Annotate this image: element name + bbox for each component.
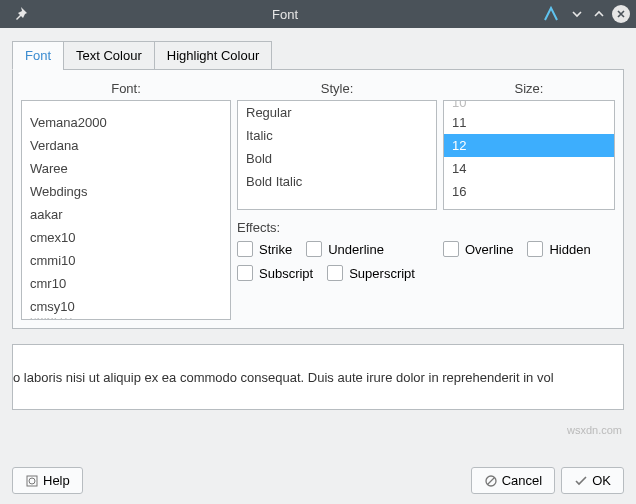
tab-bar: Font Text Colour Highlight Colour — [12, 40, 624, 69]
list-item[interactable]: Webdings — [22, 180, 230, 203]
overline-checkbox[interactable]: Overline — [443, 241, 513, 257]
checkbox-label: Overline — [465, 242, 513, 257]
list-item[interactable]: Vemana2000 — [22, 111, 230, 134]
chevron-up-icon[interactable] — [590, 5, 608, 23]
checkbox-icon — [237, 265, 253, 281]
style-listbox[interactable]: Regular Italic Bold Bold Italic — [237, 100, 437, 210]
list-item[interactable] — [22, 101, 230, 111]
list-item[interactable]: Waree — [22, 157, 230, 180]
list-item[interactable]: cmmi10 — [22, 249, 230, 272]
checkbox-label: Superscript — [349, 266, 415, 281]
list-item[interactable]: cmsy10 — [22, 295, 230, 318]
pin-icon[interactable] — [12, 6, 28, 22]
checkbox-label: Subscript — [259, 266, 313, 281]
list-item[interactable]: Bold — [238, 147, 436, 170]
size-listbox[interactable]: 10 11 12 14 16 — [443, 100, 615, 210]
hidden-checkbox[interactable]: Hidden — [527, 241, 590, 257]
checkbox-label: Hidden — [549, 242, 590, 257]
ok-button[interactable]: OK — [561, 467, 624, 494]
effects-label: Effects: — [237, 220, 437, 235]
dialog-body: Font Text Colour Highlight Colour Font: … — [0, 28, 636, 457]
superscript-checkbox[interactable]: Superscript — [327, 265, 415, 281]
list-item[interactable]: 12 — [444, 134, 614, 157]
preview-box: o laboris nisi ut aliquip ex ea commodo … — [12, 344, 624, 410]
window-title: Font — [28, 7, 542, 22]
cancel-button[interactable]: Cancel — [471, 467, 555, 494]
effects-blank — [443, 220, 615, 235]
size-header: Size: — [443, 78, 615, 100]
tab-text-colour[interactable]: Text Colour — [63, 41, 155, 70]
list-item[interactable]: Verdana — [22, 134, 230, 157]
button-bar: Help Cancel OK — [0, 457, 636, 504]
ok-icon — [574, 474, 588, 488]
list-item[interactable]: Regular — [238, 101, 436, 124]
list-item[interactable]: cmex10 — [22, 226, 230, 249]
help-button[interactable]: Help — [12, 467, 83, 494]
button-label: OK — [592, 473, 611, 488]
subscript-checkbox[interactable]: Subscript — [237, 265, 313, 281]
underline-checkbox[interactable]: Underline — [306, 241, 384, 257]
strike-checkbox[interactable]: Strike — [237, 241, 292, 257]
tab-content: Font: Vemana2000 Verdana Waree Webdings … — [12, 69, 624, 329]
svg-line-3 — [487, 477, 494, 484]
list-item[interactable]: cmr10 — [22, 272, 230, 295]
checkbox-label: Strike — [259, 242, 292, 257]
close-icon — [612, 5, 630, 23]
font-header: Font: — [21, 78, 231, 100]
font-listbox[interactable]: Vemana2000 Verdana Waree Webdings aakar … — [21, 100, 231, 320]
list-item[interactable]: 11 — [444, 111, 614, 134]
app-logo-icon — [542, 5, 560, 23]
button-label: Help — [43, 473, 70, 488]
checkbox-icon — [327, 265, 343, 281]
titlebar: Font — [0, 0, 636, 28]
list-item[interactable]: saint10 — [22, 318, 230, 320]
button-label: Cancel — [502, 473, 542, 488]
list-item[interactable]: aakar — [22, 203, 230, 226]
tab-font[interactable]: Font — [12, 41, 64, 70]
checkbox-icon — [237, 241, 253, 257]
style-header: Style: — [237, 78, 437, 100]
tab-highlight-colour[interactable]: Highlight Colour — [154, 41, 273, 70]
list-item[interactable]: Bold Italic — [238, 170, 436, 193]
svg-point-1 — [29, 478, 35, 484]
checkbox-icon — [306, 241, 322, 257]
help-icon — [25, 474, 39, 488]
cancel-icon — [484, 474, 498, 488]
list-item[interactable]: 14 — [444, 157, 614, 180]
checkbox-icon — [443, 241, 459, 257]
checkbox-label: Underline — [328, 242, 384, 257]
checkbox-icon — [527, 241, 543, 257]
close-button[interactable] — [612, 5, 630, 23]
list-item[interactable]: Italic — [238, 124, 436, 147]
list-item[interactable]: 16 — [444, 180, 614, 203]
watermark: wsxdn.com — [567, 424, 622, 436]
preview-text: o laboris nisi ut aliquip ex ea commodo … — [13, 370, 554, 385]
list-item[interactable]: 10 — [444, 101, 614, 111]
chevron-down-icon[interactable] — [568, 5, 586, 23]
